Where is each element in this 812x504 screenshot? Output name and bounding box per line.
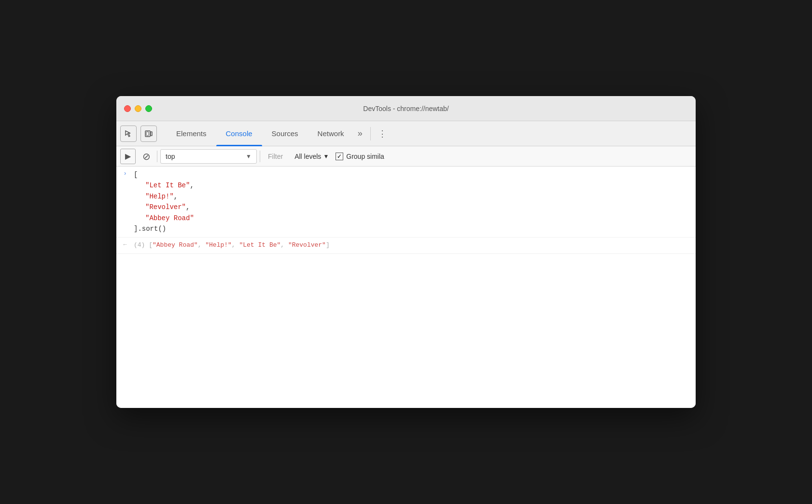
title-bar: DevTools - chrome://newtab/ <box>116 96 696 121</box>
console-input-arrow: › <box>116 169 134 177</box>
svg-rect-1 <box>146 132 149 136</box>
tab-network[interactable]: Network <box>308 121 354 146</box>
device-toolbar-button[interactable] <box>140 126 157 142</box>
group-similar-label: Group simila <box>346 153 384 160</box>
run-script-button[interactable]: ▶ <box>120 149 136 164</box>
minimize-button[interactable] <box>135 105 141 112</box>
checkbox-icon: ✓ <box>336 153 343 160</box>
more-tabs-button[interactable]: » <box>354 121 366 146</box>
devtools-menu-button[interactable]: ⋮ <box>375 126 390 141</box>
clear-console-button[interactable]: ⊘ <box>139 149 154 164</box>
traffic-lights <box>124 105 152 112</box>
log-levels-selector[interactable]: All levels ▼ <box>291 149 333 164</box>
filter-input[interactable]: Filter <box>263 149 288 164</box>
toolbar-separator <box>157 151 157 162</box>
close-button[interactable] <box>124 105 131 112</box>
devtools-window: DevTools - chrome://newtab/ Elements <box>116 96 696 408</box>
tab-sources[interactable]: Sources <box>262 121 308 146</box>
console-output-entry: ← (4) ["Abbey Road", "Help!", "Let It Be… <box>116 238 696 254</box>
svg-rect-2 <box>151 132 152 136</box>
context-selector[interactable]: top ▼ <box>160 149 257 164</box>
console-output-content: (4) ["Abbey Road", "Help!", "Let It Be",… <box>134 240 696 251</box>
console-toolbar: ▶ ⊘ top ▼ Filter All levels ▼ ✓ Group si… <box>116 146 696 167</box>
console-input-entry: › [ "Let It Be", "Help!", "Revolver", "A… <box>116 167 696 238</box>
console-output-arrow: ← <box>116 240 134 248</box>
console-input-content[interactable]: [ "Let It Be", "Help!", "Revolver", "Abb… <box>134 169 696 234</box>
window-title: DevTools - chrome://newtab/ <box>363 105 448 112</box>
tab-console[interactable]: Console <box>216 121 262 146</box>
tab-separator <box>370 127 371 140</box>
tab-bar: Elements Console Sources Network » ⋮ <box>116 121 696 146</box>
inspect-element-button[interactable] <box>120 126 137 142</box>
console-output: › [ "Let It Be", "Help!", "Revolver", "A… <box>116 167 696 408</box>
toolbar-icons <box>120 126 167 142</box>
filter-separator <box>260 151 260 162</box>
tab-elements[interactable]: Elements <box>167 121 216 146</box>
group-similar-checkbox[interactable]: ✓ Group simila <box>336 153 384 160</box>
maximize-button[interactable] <box>145 105 152 112</box>
